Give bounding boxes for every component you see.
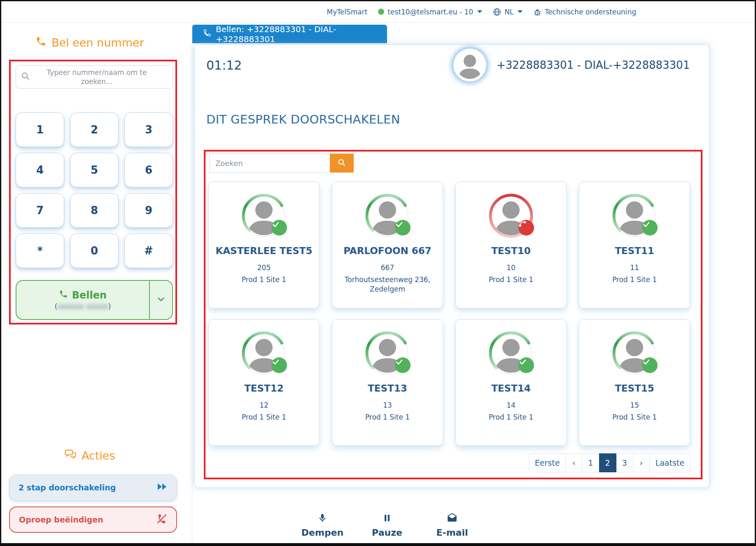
keypad-key-8[interactable]: 8	[70, 193, 119, 228]
caller-id: +3228883301 - DIAL-+3228883301	[497, 59, 690, 71]
contact-number: 12	[259, 401, 268, 409]
contact-site: Prod 1 Site 1	[612, 275, 657, 285]
contact-card[interactable]: PARLOFOON 667 667 Torhoutsesteenweg 236,…	[332, 182, 443, 308]
call-button-main[interactable]: Bellen (xxxxxx xxxxx)	[16, 281, 150, 319]
phone-icon	[59, 289, 68, 301]
keypad-key-#[interactable]: #	[124, 233, 173, 268]
presence-online-icon	[378, 9, 384, 15]
status-on-call-icon	[518, 220, 534, 236]
pagination: Eerste‹123›Laatste	[529, 453, 691, 472]
chevron-down-icon	[477, 10, 482, 13]
status-available-icon	[395, 357, 411, 373]
chevron-down-icon	[156, 294, 166, 306]
contact-avatar	[611, 330, 658, 376]
contact-name: TEST12	[244, 383, 284, 394]
actions-section-label: Acties	[82, 449, 115, 462]
keypad-key-6[interactable]: 6	[124, 153, 173, 187]
contact-number: 13	[383, 401, 392, 409]
keypad-key-4[interactable]: 4	[16, 153, 64, 187]
contact-search	[209, 154, 354, 173]
contact-card[interactable]: TEST13 13 Prod 1 Site 1	[332, 319, 443, 446]
contact-name: KASTERLEE TEST5	[215, 245, 312, 256]
contact-search-button[interactable]	[330, 154, 354, 173]
pause-button[interactable]: Pauze	[358, 513, 416, 538]
dial-search-input[interactable]: Typeer nummer/naam om te zoeken...	[16, 65, 173, 89]
keypad-key-0[interactable]: 0	[70, 233, 119, 268]
telsmart-window: MyTelSmart test10@telsmart.eu - 10 NL	[0, 0, 756, 546]
hang-up-label: Oproep beëindigen	[19, 515, 103, 524]
status-available-icon	[271, 357, 287, 373]
keypad-key-3[interactable]: 3	[124, 112, 173, 147]
keypad: 123456789*0#	[16, 112, 173, 268]
contact-card[interactable]: TEST15 15 Prod 1 Site 1	[579, 319, 690, 446]
active-call-tab[interactable]: Bellen: +3228883301 - DIAL-+3228883301	[192, 25, 387, 43]
two-step-transfer-button[interactable]: 2 stap doorschakeling	[9, 474, 177, 501]
sidebar: Bel een nummer Typeer nummer/naam om te …	[1, 23, 192, 543]
contact-avatar	[488, 193, 534, 239]
keypad-key-*[interactable]: *	[16, 233, 64, 268]
search-icon	[337, 158, 346, 168]
keypad-key-7[interactable]: 7	[16, 193, 64, 228]
microphone-icon	[317, 513, 327, 525]
pause-label: Pauze	[372, 527, 402, 538]
call-timer: 01:12	[206, 58, 242, 72]
chat-bubbles-icon	[64, 448, 77, 463]
keypad-key-5[interactable]: 5	[70, 153, 119, 187]
caller-avatar	[453, 49, 486, 82]
actions-section-title: Acties	[1, 447, 178, 464]
pagination-page-3[interactable]: 3	[616, 453, 633, 472]
contact-site: Prod 1 Site 1	[612, 413, 657, 422]
contact-site: Torhoutsesteenweg 236, Zedelgem	[344, 275, 431, 294]
pagination-next[interactable]: ›	[633, 453, 650, 472]
account-menu[interactable]: test10@telsmart.eu - 10	[378, 8, 482, 16]
call-controls: Dempen Pauze E-mail	[192, 513, 755, 541]
phone-slash-icon	[156, 513, 167, 526]
email-icon	[447, 513, 457, 525]
chevron-down-icon	[518, 10, 523, 13]
mute-label: Dempen	[301, 527, 343, 538]
call-button[interactable]: Bellen (xxxxxx xxxxx)	[16, 280, 173, 320]
hang-up-button[interactable]: Oproep beëindigen	[9, 506, 177, 533]
call-button-masked-number: (xxxxxx xxxxx)	[55, 302, 111, 310]
contact-card[interactable]: TEST11 11 Prod 1 Site 1	[579, 182, 690, 308]
contact-name: TEST14	[491, 383, 531, 394]
contact-number: 205	[257, 264, 271, 272]
two-step-transfer-label: 2 stap doorschakeling	[19, 483, 116, 492]
keypad-key-9[interactable]: 9	[124, 193, 173, 228]
contact-card[interactable]: KASTERLEE TEST5 205 Prod 1 Site 1	[208, 182, 320, 308]
pagination-prev[interactable]: ‹	[566, 453, 582, 472]
contact-number: 15	[630, 401, 639, 409]
brand-link[interactable]: MyTelSmart	[327, 8, 367, 16]
status-available-icon	[642, 357, 658, 373]
globe-icon	[493, 8, 501, 16]
pagination-page-1[interactable]: 1	[582, 453, 599, 472]
email-button[interactable]: E-mail	[423, 513, 481, 538]
contact-number: 11	[630, 264, 639, 272]
keypad-key-2[interactable]: 2	[70, 112, 119, 147]
pagination-last[interactable]: Laatste	[650, 453, 691, 472]
pagination-page-2[interactable]: 2	[599, 453, 616, 472]
support-label: Technische ondersteuning	[545, 8, 636, 16]
contact-name: TEST13	[368, 383, 407, 394]
contact-number: 10	[506, 264, 516, 272]
dial-section-label: Bel een nummer	[51, 36, 144, 49]
call-options-toggle[interactable]	[150, 281, 172, 319]
phone-icon	[35, 36, 47, 49]
keypad-key-1[interactable]: 1	[16, 112, 64, 147]
pagination-first[interactable]: Eerste	[529, 453, 566, 472]
contact-card[interactable]: TEST12 12 Prod 1 Site 1	[208, 319, 320, 446]
mute-button[interactable]: Dempen	[294, 513, 351, 538]
call-button-label: Bellen	[72, 289, 107, 301]
contact-site: Prod 1 Site 1	[242, 413, 286, 422]
contact-grid: KASTERLEE TEST5 205 Prod 1 Site 1 PARLOF…	[208, 182, 690, 446]
language-menu[interactable]: NL	[493, 8, 523, 16]
dial-section-title: Bel een nummer	[1, 34, 178, 51]
contact-card[interactable]: TEST14 14 Prod 1 Site 1	[455, 319, 567, 446]
contact-avatar	[488, 330, 534, 376]
contact-card[interactable]: TEST10 10 Prod 1 Site 1	[455, 182, 567, 308]
active-call-tab-label: Bellen: +3228883301 - DIAL-+3228883301	[216, 24, 387, 44]
contact-search-input[interactable]	[209, 154, 330, 173]
support-link[interactable]: Technische ondersteuning	[533, 8, 636, 16]
search-icon	[21, 72, 30, 82]
contact-site: Prod 1 Site 1	[242, 275, 286, 285]
